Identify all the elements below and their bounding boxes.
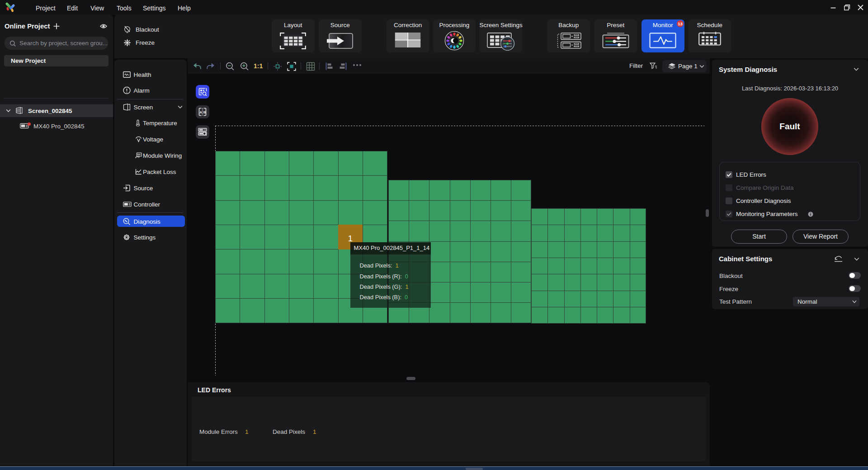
- svg-text:B: B: [203, 110, 206, 114]
- svg-text:A: A: [200, 110, 203, 114]
